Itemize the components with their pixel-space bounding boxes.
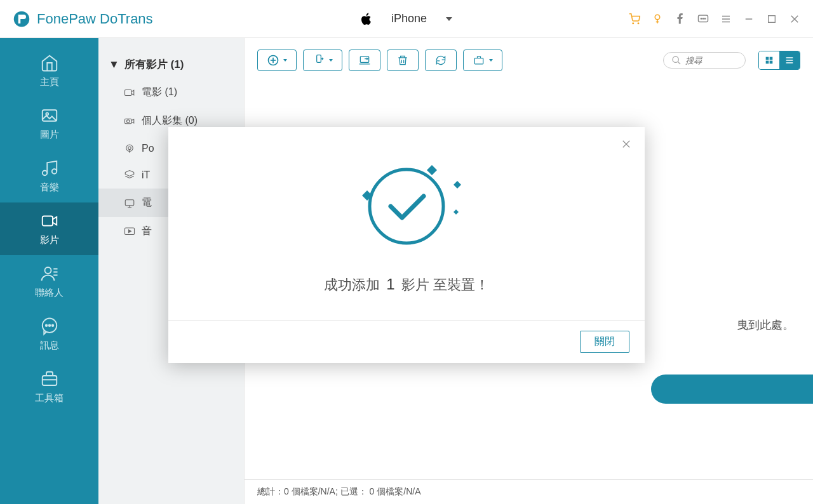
export-device-button[interactable] xyxy=(303,50,342,71)
sidebar-item-label: 音樂 xyxy=(40,182,59,194)
modal-msg-mid: 影片 xyxy=(401,277,429,293)
svg-rect-39 xyxy=(474,58,483,64)
toolbox-icon xyxy=(40,369,59,388)
svg-point-6 xyxy=(702,18,704,19)
svg-marker-33 xyxy=(129,230,131,233)
category-label: 電 xyxy=(142,196,152,209)
sidebar-item-contacts[interactable]: 聯絡人 xyxy=(0,255,98,308)
sidebar-item-label: 圖片 xyxy=(40,129,59,141)
svg-point-3 xyxy=(655,15,660,20)
modal-msg-suffix: 至裝置！ xyxy=(433,277,489,293)
device-name: iPhone xyxy=(391,12,427,25)
facebook-icon[interactable] xyxy=(675,13,686,25)
menu-icon[interactable] xyxy=(720,13,732,25)
apple-icon xyxy=(361,13,372,25)
svg-point-24 xyxy=(51,325,53,327)
trash-icon xyxy=(396,54,409,67)
chevron-down-icon xyxy=(329,59,333,62)
svg-marker-53 xyxy=(427,165,437,175)
sidebar: 主頁 圖片 音樂 影片 聯絡人 訊息 工具箱 xyxy=(0,38,98,504)
toolbar xyxy=(245,38,813,83)
logo-area: FonePaw DoTrans xyxy=(13,10,153,28)
success-modal: 成功添加 1 影片 至裝置！ 關閉 xyxy=(168,127,645,363)
key-icon[interactable] xyxy=(652,13,663,25)
device-selector[interactable]: iPhone xyxy=(346,7,467,30)
tv-icon xyxy=(124,197,135,209)
sidebar-item-label: 影片 xyxy=(40,234,59,246)
sidebar-item-videos[interactable]: 影片 xyxy=(0,202,98,255)
svg-point-28 xyxy=(127,119,130,123)
contacts-icon xyxy=(40,264,59,283)
svg-rect-38 xyxy=(360,56,368,62)
refresh-icon xyxy=(434,54,447,67)
modal-message: 成功添加 1 影片 至裝置！ xyxy=(194,275,619,295)
titlebar-actions xyxy=(629,13,800,25)
modal-close-button[interactable] xyxy=(621,138,632,153)
category-all-videos[interactable]: ▼ 所有影片 (1) xyxy=(98,51,244,78)
close-icon[interactable] xyxy=(789,13,800,25)
category-label: 音 xyxy=(142,225,152,238)
svg-rect-43 xyxy=(770,57,773,60)
svg-point-17 xyxy=(42,171,47,176)
sidebar-item-photos[interactable]: 圖片 xyxy=(0,97,98,150)
search-box[interactable] xyxy=(663,52,746,69)
briefcase-icon xyxy=(473,54,485,67)
svg-rect-12 xyxy=(769,15,776,22)
chevron-down-icon xyxy=(489,59,493,62)
maximize-icon[interactable] xyxy=(766,13,777,25)
toolbox-button[interactable] xyxy=(463,50,502,71)
svg-point-22 xyxy=(45,325,47,327)
drop-hint-text: 曳到此處。 xyxy=(737,317,794,333)
svg-point-7 xyxy=(704,18,706,19)
category-header-label: 所有影片 (1) xyxy=(124,57,184,72)
sidebar-item-label: 工具箱 xyxy=(35,392,64,404)
sidebar-item-home[interactable]: 主頁 xyxy=(0,44,98,97)
sidebar-item-label: 聯絡人 xyxy=(35,287,64,299)
svg-point-2 xyxy=(638,23,639,24)
modal-close-confirm-button[interactable]: 關閉 xyxy=(580,331,629,353)
svg-point-29 xyxy=(128,147,131,150)
category-label: 電影 (1) xyxy=(142,86,177,99)
video-icon xyxy=(124,87,135,98)
feedback-icon[interactable] xyxy=(697,13,709,25)
search-input[interactable] xyxy=(685,56,736,65)
export-pc-icon xyxy=(358,54,371,67)
sidebar-item-toolbox[interactable]: 工具箱 xyxy=(0,361,98,413)
plus-circle-icon xyxy=(267,54,279,67)
add-button[interactable] xyxy=(257,50,297,71)
svg-point-1 xyxy=(633,23,634,24)
sidebar-item-music[interactable]: 音樂 xyxy=(0,150,98,202)
svg-rect-42 xyxy=(766,57,769,60)
minimize-icon[interactable] xyxy=(743,13,755,25)
category-label: iT xyxy=(142,169,150,181)
export-pc-button[interactable] xyxy=(349,50,380,71)
status-bar: 總計：0 個檔案/N/A; 已選： 0 個檔案/N/A xyxy=(245,479,813,504)
svg-point-20 xyxy=(44,267,51,274)
grid-view-button[interactable] xyxy=(759,51,779,69)
close-icon xyxy=(621,138,632,150)
search-icon xyxy=(671,55,682,65)
svg-rect-25 xyxy=(42,376,57,385)
svg-rect-37 xyxy=(317,55,321,63)
sidebar-item-messages[interactable]: 訊息 xyxy=(0,308,98,361)
chevron-down-icon xyxy=(283,59,287,62)
svg-point-5 xyxy=(701,18,702,19)
cart-icon[interactable] xyxy=(629,13,640,25)
svg-marker-54 xyxy=(454,181,461,189)
podcast-icon xyxy=(124,143,135,154)
modal-count: 1 xyxy=(384,275,397,293)
svg-rect-26 xyxy=(125,90,132,95)
list-view-button[interactable] xyxy=(779,51,800,69)
add-files-button[interactable] xyxy=(651,375,813,404)
svg-rect-44 xyxy=(766,61,769,64)
refresh-button[interactable] xyxy=(425,50,457,71)
home-icon xyxy=(40,53,59,72)
list-icon xyxy=(784,55,795,65)
grid-icon xyxy=(764,55,774,65)
svg-point-18 xyxy=(51,169,57,174)
chevron-down-icon xyxy=(446,17,452,21)
modal-msg-prefix: 成功添加 xyxy=(324,277,380,293)
category-movies[interactable]: 電影 (1) xyxy=(98,78,244,107)
messages-icon xyxy=(40,317,59,336)
delete-button[interactable] xyxy=(387,50,419,71)
